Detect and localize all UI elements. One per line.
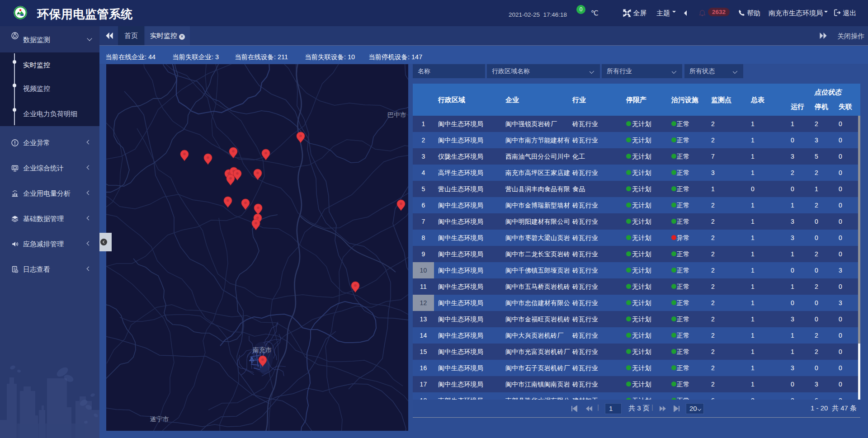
svg-text:巴中市: 巴中市 [387,111,406,118]
svg-text:南充市: 南充市 [253,346,272,353]
svg-text:遂宁市: 遂宁市 [150,415,169,423]
